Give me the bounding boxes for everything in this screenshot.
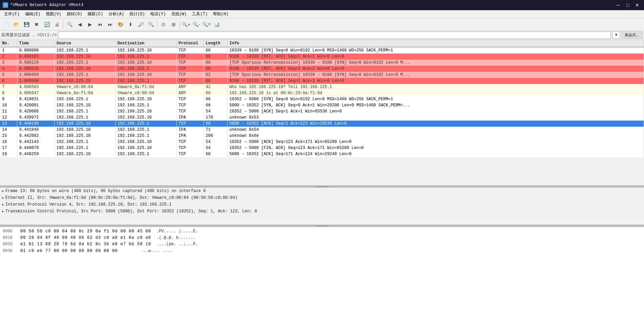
menu-file[interactable]: 文件(F) [1, 10, 22, 18]
packet-length: 62 [203, 72, 227, 78]
window-controls[interactable]: ─ □ ✕ [614, 2, 641, 8]
packet-info: 9100 → 10339 [RST, ACK] Seq=1 Ack=1 Win=… [227, 54, 644, 60]
packet-protocol: ARP [176, 90, 203, 96]
detail-item[interactable]: ▶ Internet Protocol Version 4, Src: 192.… [0, 201, 644, 208]
packet-length: 42 [203, 84, 227, 90]
col-header-protocol[interactable]: Protocol [176, 40, 203, 47]
col-header-length[interactable]: Length [203, 40, 227, 47]
table-row[interactable]: 51.000469192.168.225.1192.168.225.10TCP6… [0, 72, 644, 78]
reload-button[interactable]: 🔄 [42, 20, 52, 29]
maximize-button[interactable]: □ [624, 2, 632, 8]
table-row[interactable]: 159.442082192.168.225.10192.168.225.1IPA… [0, 133, 644, 139]
io-graph-button[interactable]: 📊 [212, 20, 221, 29]
hex-ascii: ....(pm. ..;...P. [156, 241, 198, 248]
table-row[interactable]: 84.606847Vmware_0a:f1:0dVmware_c0:00:04A… [0, 90, 644, 96]
detail-item[interactable]: ▶ Frame 13: 60 bytes on wire (480 bits),… [0, 188, 644, 194]
close-capture-button[interactable]: ✖ [32, 20, 41, 29]
toolbar-sep-3 [180, 20, 180, 28]
menu-jump[interactable]: 跳转(G) [64, 10, 85, 18]
packet-list-container[interactable]: No. Time Source Destination Protocol Len… [0, 40, 644, 186]
zoom-a-button[interactable]: 🔍+ [181, 20, 191, 29]
table-row[interactable]: 149.441849192.168.225.10192.168.225.1IPA… [0, 127, 644, 133]
packet-length: 54 [203, 139, 227, 145]
table-row[interactable]: 129.439972192.168.225.1192.168.225.10IPA… [0, 114, 644, 121]
packet-destination: 192.168.225.1 [115, 66, 176, 72]
expression-button[interactable]: 表达式… [622, 31, 643, 39]
save-button[interactable]: 💾 [22, 20, 31, 29]
zoom-normal-button[interactable]: ⊙ [159, 20, 168, 29]
colorize-button[interactable]: 🎨 [116, 20, 125, 29]
table-row[interactable]: 40.500219192.168.225.10192.168.225.1TCP6… [0, 66, 644, 72]
col-header-info[interactable]: Info [227, 40, 644, 47]
table-row[interactable]: 10.000000192.168.225.1192.168.225.10TCP6… [0, 47, 644, 54]
packet-info: 192.168.225.10 is at 00:0c:29:0a:f1:0d [227, 90, 644, 96]
table-row[interactable]: 119.420086192.168.225.1192.168.225.10TCP… [0, 108, 644, 114]
menu-tools[interactable]: 工具(T) [189, 10, 210, 18]
zoom-in-button[interactable]: 🔎 [136, 20, 145, 29]
go-next-button[interactable]: ⏭ [105, 20, 115, 29]
packet-source: Vmware_c0:00:04 [54, 84, 115, 90]
resize-columns-button[interactable]: ⊞ [169, 20, 178, 29]
filter-dropdown[interactable]: ▼ [612, 31, 620, 39]
packet-source: 192.168.225.1 [54, 139, 115, 145]
packet-no: 3 [0, 60, 17, 66]
zoom-out-button[interactable]: 🔍 [146, 20, 156, 29]
minimize-button[interactable]: ─ [614, 2, 622, 8]
packet-source: 192.168.225.10 [54, 133, 115, 139]
packet-time: 0.500219 [17, 66, 54, 72]
table-row[interactable]: 169.442143192.168.225.1192.168.225.10TCP… [0, 139, 644, 145]
autoscroll-button[interactable]: ⬇ [126, 20, 135, 29]
packet-time: 9.420001 [17, 102, 54, 108]
detail-item[interactable]: ▶ Ethernet II, Src: Vmware_0a:f1:0d (00:… [0, 194, 644, 201]
new-capture-button[interactable]: 📄 [1, 20, 11, 29]
close-button[interactable]: ✕ [633, 2, 641, 8]
filter-input[interactable] [58, 31, 611, 39]
packet-no: 18 [0, 151, 17, 157]
print-button[interactable]: 🖨 [52, 20, 62, 29]
packet-length: 66 [203, 102, 227, 108]
menu-capture[interactable]: 捕获(C) [85, 10, 106, 18]
packet-info: 5000 → 10352 [ACK] Seq=171 Ack=124 Win=2… [227, 151, 644, 157]
table-row[interactable]: 30.500129192.168.225.1192.168.225.10TCP6… [0, 60, 644, 66]
table-row[interactable]: 179.448079192.168.225.1192.168.225.10TCP… [0, 145, 644, 151]
col-header-source[interactable]: Source [54, 40, 115, 47]
menu-wireless[interactable]: 无线(W) [169, 10, 190, 18]
col-header-time[interactable]: Time [17, 40, 54, 47]
table-row[interactable]: 109.420001192.168.225.10192.168.225.1TCP… [0, 102, 644, 108]
detail-item[interactable]: ▶ Transmission Control Protocol, Src Por… [0, 208, 644, 215]
open-button[interactable]: 📂 [12, 20, 21, 29]
table-row[interactable]: 20.000165192.168.225.10192.168.225.1TCP6… [0, 54, 644, 60]
packet-source: 192.168.225.1 [54, 114, 115, 121]
packet-source: 192.168.225.1 [54, 145, 115, 151]
menu-view[interactable]: 视图(V) [43, 10, 64, 18]
col-header-destination[interactable]: Destination [115, 40, 176, 47]
menu-stats[interactable]: 统计(S) [127, 10, 148, 18]
zoom-b-button[interactable]: 🔍- [192, 20, 201, 29]
go-prev-button[interactable]: ⏮ [95, 20, 105, 29]
hex-bytes: 00 50 56 c0 00 04 00 0c 29 0a f1 0d 08 0… [20, 228, 151, 235]
packet-destination: 192.168.225.1 [115, 54, 176, 60]
packet-no: 14 [0, 127, 17, 133]
packet-source: Vmware_0a:f1:0d [54, 90, 115, 96]
table-row[interactable]: 189.448259192.168.225.10192.168.225.1TCP… [0, 151, 644, 157]
packet-no: 13 [0, 121, 17, 127]
next-button[interactable]: ▶ [85, 20, 95, 29]
packet-protocol: TCP [176, 96, 203, 102]
table-row[interactable]: 99.419831192.168.225.1192.168.225.10TCP6… [0, 96, 644, 102]
menu-phone[interactable]: 电话(Y) [148, 10, 169, 18]
prev-button[interactable]: ◀ [75, 20, 84, 29]
find-button[interactable]: 🔍 [65, 20, 74, 29]
menu-edit[interactable]: 编辑(E) [22, 10, 43, 18]
table-row[interactable]: 61.000698192.168.225.10192.168.225.1TCP6… [0, 78, 644, 84]
menu-help[interactable]: 帮助(H) [210, 10, 231, 18]
packet-length: 60 [203, 66, 227, 72]
menu-analyze[interactable]: 分析(A) [106, 10, 127, 18]
table-row[interactable]: 74.606583Vmware_c0:00:04Vmware_0a:f1:0dA… [0, 84, 644, 90]
packet-info: Who has 192.168.225.10? Tell 192.168.225… [227, 84, 644, 90]
packet-detail-list: ▶ Frame 13: 60 bytes on wire (480 bits),… [0, 188, 644, 215]
packet-no: 17 [0, 145, 17, 151]
zoom-c-button[interactable]: 🔍= [202, 20, 211, 29]
col-header-no[interactable]: No. [0, 40, 17, 47]
table-row[interactable]: 139.440186192.168.225.10192.168.225.1TCP… [0, 121, 644, 127]
detail-text: Frame 13: 60 bytes on wire (480 bits), 6… [5, 189, 206, 193]
